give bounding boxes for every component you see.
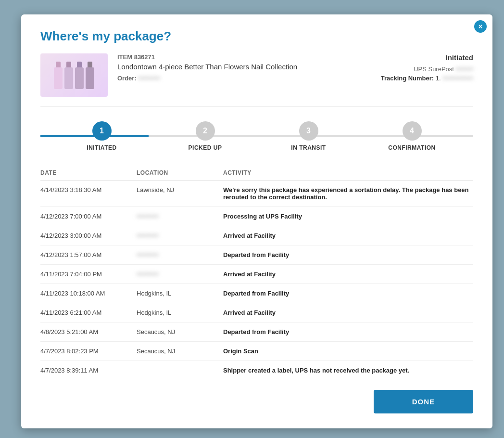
col-location: LOCATION bbox=[137, 166, 223, 180]
col-date: DATE bbox=[40, 166, 137, 180]
table-row: 4/8/2023 5:21:00 AMSecaucus, NJDeparted … bbox=[40, 322, 473, 342]
cell-location: Lawnside, NJ bbox=[137, 180, 223, 207]
cell-date: 4/7/2023 8:02:23 PM bbox=[40, 342, 137, 361]
col-activity: ACTIVITY bbox=[223, 166, 473, 180]
cell-date: 4/11/2023 7:04:00 PM bbox=[40, 265, 137, 284]
progress-tracker: 1 INITIATED 2 PICKED UP 3 I bbox=[40, 121, 473, 151]
table-row: 4/7/2023 8:02:23 PMSecaucus, NJOrigin Sc… bbox=[40, 342, 473, 361]
package-tracking-modal: × Where's my package? bbox=[21, 14, 492, 428]
step-label-2: PICKED UP bbox=[189, 144, 222, 151]
step-label-4: CONFIRMATION bbox=[388, 144, 435, 151]
cell-date: 4/7/2023 8:39:11 AM bbox=[40, 361, 137, 380]
order-label: Order: bbox=[117, 75, 137, 82]
cell-location: •••••••••• bbox=[137, 245, 223, 265]
table-row: 4/11/2023 6:21:00 AMHodgkins, ILArrived … bbox=[40, 303, 473, 322]
tracking-table: DATE LOCATION ACTIVITY 4/14/2023 3:18:30… bbox=[40, 166, 473, 380]
cell-date: 4/14/2023 3:18:30 AM bbox=[40, 180, 137, 207]
step-circle-4: 4 bbox=[403, 121, 422, 141]
cell-activity: Departed from Facility bbox=[223, 284, 473, 303]
step-picked-up: 2 PICKED UP bbox=[153, 121, 257, 151]
table-row: 4/12/2023 1:57:00 AM••••••••••Departed f… bbox=[40, 245, 473, 265]
step-initiated: 1 INITIATED bbox=[50, 121, 153, 151]
step-circle-2: 2 bbox=[196, 121, 215, 141]
cell-date: 4/12/2023 7:00:00 AM bbox=[40, 207, 137, 226]
close-button[interactable]: × bbox=[474, 20, 487, 33]
cell-activity: Processing at UPS Facility bbox=[223, 207, 473, 226]
order-value: •••••••••• bbox=[138, 75, 160, 82]
product-image bbox=[40, 53, 108, 97]
cell-location: Secaucus, NJ bbox=[137, 342, 223, 361]
cell-date: 4/11/2023 10:18:00 AM bbox=[40, 284, 137, 303]
cell-activity: Arrived at Facility bbox=[223, 303, 473, 322]
step-circle-3: 3 bbox=[299, 121, 318, 141]
done-button[interactable]: DONE bbox=[374, 390, 473, 413]
cell-activity: Arrived at Facility bbox=[223, 226, 473, 245]
shipping-info: Initiated UPS SurePost •••••••• Tracking… bbox=[367, 53, 473, 82]
table-row: 4/12/2023 7:00:00 AM••••••••••Processing… bbox=[40, 207, 473, 226]
cell-location: •••••••••• bbox=[137, 207, 223, 226]
item-number: ITEM 836271 bbox=[117, 53, 367, 61]
step-circle-1: 1 bbox=[92, 121, 112, 141]
tracking-info: Tracking Number: 1. •••••••••••••• bbox=[367, 75, 473, 82]
tracking-blurred: •••••••••••••• bbox=[442, 75, 473, 82]
done-section: DONE bbox=[40, 390, 473, 413]
cell-location: Hodgkins, IL bbox=[137, 284, 223, 303]
cell-location: Secaucus, NJ bbox=[137, 322, 223, 342]
cell-date: 4/12/2023 1:57:00 AM bbox=[40, 245, 137, 265]
table-row: 4/11/2023 10:18:00 AMHodgkins, ILDeparte… bbox=[40, 284, 473, 303]
table-row: 4/11/2023 7:04:00 PM••••••••••Arrived at… bbox=[40, 265, 473, 284]
cell-date: 4/11/2023 6:21:00 AM bbox=[40, 303, 137, 322]
cell-activity: Departed from Facility bbox=[223, 322, 473, 342]
cell-location: •••••••••• bbox=[137, 226, 223, 245]
product-name: Londontown 4-piece Better Than Flowers N… bbox=[117, 63, 367, 71]
step-confirmation: 4 CONFIRMATION bbox=[360, 121, 464, 151]
cell-location: Hodgkins, IL bbox=[137, 303, 223, 322]
step-label-3: IN TRANSIT bbox=[291, 144, 326, 151]
cell-date: 4/12/2023 3:00:00 AM bbox=[40, 226, 137, 245]
cell-location: •••••••••• bbox=[137, 265, 223, 284]
cell-location bbox=[137, 361, 223, 380]
progress-steps: 1 INITIATED 2 PICKED UP 3 I bbox=[50, 121, 464, 151]
table-row: 4/14/2023 3:18:30 AMLawnside, NJWe're so… bbox=[40, 180, 473, 207]
cell-date: 4/8/2023 5:21:00 AM bbox=[40, 322, 137, 342]
cell-activity: Departed from Facility bbox=[223, 245, 473, 265]
step-in-transit: 3 IN TRANSIT bbox=[257, 121, 360, 151]
product-info: ITEM 836271 Londontown 4-piece Better Th… bbox=[117, 53, 367, 82]
product-section: ITEM 836271 Londontown 4-piece Better Th… bbox=[40, 53, 473, 107]
carrier-info: UPS SurePost •••••••• bbox=[367, 65, 473, 73]
cell-activity: We're sorry this package has experienced… bbox=[223, 180, 473, 207]
table-row: 4/12/2023 3:00:00 AM••••••••••Arrived at… bbox=[40, 226, 473, 245]
carrier-blurred: •••••••• bbox=[456, 65, 473, 73]
shipping-status: Initiated bbox=[367, 53, 473, 62]
step-label-1: INITIATED bbox=[87, 144, 116, 151]
cell-activity: Arrived at Facility bbox=[223, 265, 473, 284]
cell-activity: Shipper created a label, UPS has not rec… bbox=[223, 361, 473, 380]
modal-title: Where's my package? bbox=[40, 29, 473, 44]
cell-activity: Origin Scan bbox=[223, 342, 473, 361]
table-row: 4/7/2023 8:39:11 AMShipper created a lab… bbox=[40, 361, 473, 380]
order-info: Order: •••••••••• bbox=[117, 75, 367, 82]
